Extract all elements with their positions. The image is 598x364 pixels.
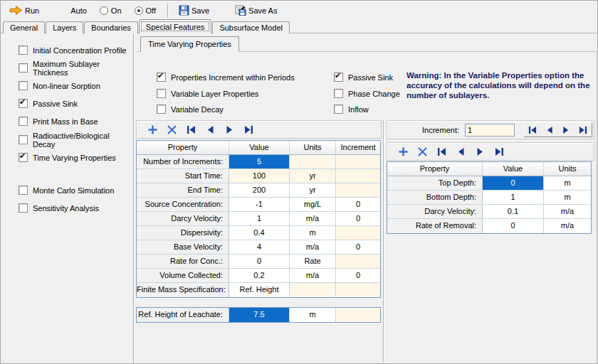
value-cell[interactable]: 0: [229, 255, 290, 269]
increment-cell[interactable]: [336, 155, 380, 169]
checkbox[interactable]: ✔: [334, 89, 343, 98]
increment-input[interactable]: [465, 124, 515, 136]
units-cell[interactable]: Rate: [290, 255, 336, 269]
checkbox[interactable]: ✔: [157, 89, 166, 98]
radio-on-circle[interactable]: [100, 6, 108, 15]
units-cell[interactable]: [290, 155, 336, 169]
units-cell[interactable]: m/a: [544, 219, 591, 233]
units-cell[interactable]: m: [544, 191, 591, 205]
increment-cell[interactable]: [336, 183, 380, 198]
units-cell[interactable]: m/a: [544, 205, 591, 219]
increment-cell[interactable]: [336, 255, 380, 269]
add-row-button[interactable]: [397, 146, 409, 157]
checkbox[interactable]: ✔: [157, 73, 166, 82]
last-increment-button[interactable]: [577, 124, 589, 135]
add-row-button[interactable]: [147, 124, 159, 135]
delete-row-button[interactable]: [166, 124, 178, 135]
option-variable-layer-properties[interactable]: ✔ Variable Layer Properties: [157, 88, 258, 99]
units-cell[interactable]: m: [544, 176, 591, 191]
checkbox[interactable]: ✔: [157, 105, 166, 114]
checkbox[interactable]: ✔: [19, 135, 28, 144]
increment-cell[interactable]: 0: [336, 240, 380, 255]
delete-row-button[interactable]: [416, 146, 429, 157]
checkbox[interactable]: ✔: [19, 46, 28, 55]
sidebar-item-sensitivity-analysis[interactable]: ✔ Sensitivity Analysis: [19, 203, 99, 213]
checkbox[interactable]: ✔: [334, 105, 343, 114]
option-passive-sink[interactable]: ✔ Passive Sink: [334, 72, 393, 82]
value-cell[interactable]: 0: [483, 219, 544, 233]
increment-cell[interactable]: [336, 226, 380, 240]
auto-on-radio[interactable]: On: [100, 6, 122, 15]
next-increment-button[interactable]: [560, 124, 572, 135]
option-phase-change[interactable]: ✔ Phase Change: [334, 88, 400, 99]
value-cell[interactable]: 0.1: [483, 205, 544, 219]
checkbox[interactable]: ✔: [19, 81, 28, 90]
checkbox[interactable]: ✔: [19, 186, 28, 195]
sidebar-item-maximum-sublayer-thickness[interactable]: ✔ Maximum Sublayer Thickness: [19, 63, 133, 73]
value-cell[interactable]: Ref. Height: [229, 283, 290, 297]
value-cell[interactable]: 100: [229, 169, 290, 183]
checkbox[interactable]: ✔: [334, 73, 343, 82]
checkbox[interactable]: ✔: [19, 117, 28, 126]
option-properties-increment-within-periods[interactable]: ✔ Properties Increment within Periods: [157, 72, 295, 82]
option-inflow[interactable]: ✔ Inflow: [334, 104, 369, 114]
checkbox[interactable]: ✔: [19, 153, 28, 162]
first-increment-button[interactable]: [526, 124, 538, 135]
value-cell[interactable]: 1: [483, 191, 544, 205]
units-cell[interactable]: yr: [290, 183, 336, 198]
increment-cell[interactable]: 0: [336, 212, 380, 226]
value-cell[interactable]: 1: [229, 212, 290, 226]
increment-cell[interactable]: [336, 169, 380, 183]
units-cell[interactable]: yr: [290, 169, 336, 183]
last-record-button[interactable]: [493, 146, 505, 157]
checkbox[interactable]: ✔: [19, 99, 28, 108]
next-record-button[interactable]: [474, 146, 486, 157]
checkbox[interactable]: ✔: [19, 63, 28, 73]
sidebar-item-time-varying-properties[interactable]: ✔ Time Varying Properties: [19, 152, 116, 163]
first-record-button[interactable]: [436, 146, 448, 157]
sidebar-item-passive-sink[interactable]: ✔ Passive Sink: [19, 98, 78, 109]
previous-record-button[interactable]: [455, 146, 467, 157]
value-cell[interactable]: 0.4: [229, 226, 290, 240]
tab-boundaries[interactable]: Boundaries: [84, 21, 138, 33]
save-as-button[interactable]: Save As: [232, 4, 280, 18]
option-variable-decay[interactable]: ✔ Variable Decay: [157, 104, 224, 114]
first-record-button[interactable]: [185, 124, 197, 135]
units-cell[interactable]: mg/L: [290, 198, 336, 212]
increment-cell[interactable]: [336, 283, 380, 297]
value-cell[interactable]: 5: [229, 155, 290, 169]
increment-cell[interactable]: 0: [336, 269, 380, 283]
previous-record-button[interactable]: [204, 124, 216, 135]
units-cell[interactable]: m/a: [290, 212, 336, 226]
tab-general[interactable]: General: [3, 21, 45, 33]
increment-cell[interactable]: [336, 308, 380, 322]
units-cell[interactable]: m/a: [290, 240, 336, 255]
sidebar-item-radioactive-biological-decay[interactable]: ✔ Radioactive/Biological Decay: [19, 134, 133, 145]
last-record-button[interactable]: [243, 124, 255, 135]
units-cell[interactable]: m: [290, 308, 336, 322]
tab-layers[interactable]: Layers: [46, 21, 83, 33]
sidebar-item-initial-concentration-profile[interactable]: ✔ Initial Concentration Profile: [19, 45, 126, 55]
sidebar-item-non-linear-sorption[interactable]: ✔ Non-linear Sorption: [19, 80, 100, 91]
sidebar-item-print-mass-in-base[interactable]: ✔ Print Mass in Base: [19, 116, 98, 127]
value-cell[interactable]: 0.2: [229, 269, 290, 283]
value-cell[interactable]: 4: [229, 240, 290, 255]
tab-time-varying-properties[interactable]: Time Varying Properties: [140, 36, 239, 52]
tab-special-features[interactable]: Special Features: [139, 19, 212, 33]
units-cell[interactable]: m/a: [290, 269, 336, 283]
units-cell[interactable]: [290, 283, 336, 297]
units-cell[interactable]: m: [290, 226, 336, 240]
value-cell[interactable]: 7.5: [229, 308, 290, 322]
value-cell[interactable]: -1: [229, 198, 290, 212]
run-button[interactable]: Run: [6, 4, 42, 18]
checkbox[interactable]: ✔: [19, 203, 28, 213]
radio-off-circle[interactable]: [135, 6, 143, 15]
tab-subsurface-model[interactable]: Subsurface Model: [212, 21, 290, 33]
auto-off-radio[interactable]: Off: [135, 6, 156, 15]
previous-increment-button[interactable]: [543, 124, 555, 135]
value-cell[interactable]: 200: [229, 183, 290, 198]
value-cell[interactable]: 0: [483, 176, 544, 191]
save-button[interactable]: Save: [176, 4, 212, 18]
sidebar-item-monte-carlo-simulation[interactable]: ✔ Monte Carlo Simulation: [19, 185, 114, 196]
increment-cell[interactable]: 0: [336, 198, 380, 212]
